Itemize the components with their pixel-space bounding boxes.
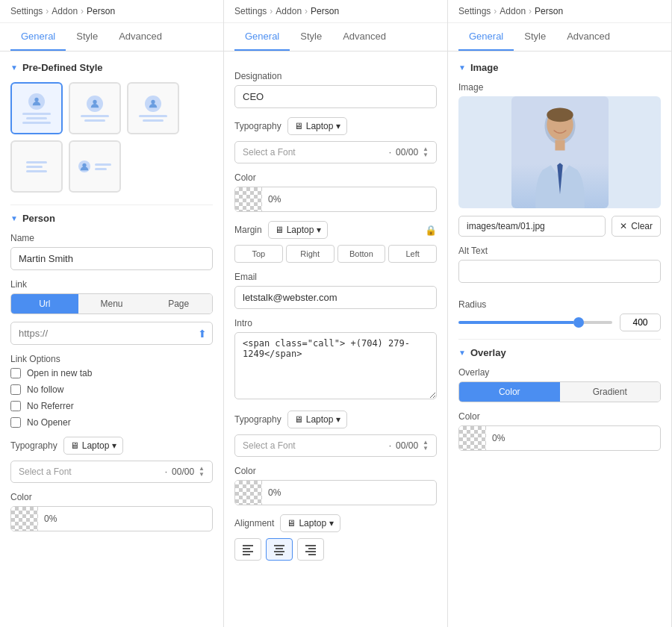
style-card-2[interactable]: [69, 82, 121, 134]
radius-label: Radius: [458, 299, 661, 310]
designation-label: Designation: [234, 71, 437, 81]
svg-rect-10: [274, 551, 284, 552]
left-panel: Settings › Addon › Person General Style …: [0, 0, 224, 627]
svg-rect-9: [276, 548, 283, 549]
upload-icon[interactable]: ⬆: [198, 328, 207, 340]
intro-textarea[interactable]: <span class="call"> +(704) 279-1249</spa…: [234, 332, 437, 399]
margin-device-dropdown[interactable]: 🖥 Laptop ▾: [268, 221, 329, 239]
radius-value[interactable]: [620, 314, 661, 331]
style-card-5[interactable]: [69, 140, 121, 193]
image-path-input[interactable]: [458, 216, 606, 237]
no-follow-label[interactable]: No follow: [27, 384, 63, 395]
tab-style-mid[interactable]: Style: [290, 23, 332, 51]
clear-button[interactable]: ✕ Clear: [612, 216, 661, 237]
intro-font-size-arrows[interactable]: ▲ ▼: [423, 440, 429, 452]
link-label: Link: [10, 279, 213, 290]
tab-general-left[interactable]: General: [10, 23, 66, 51]
checkbox-no-referrer: No Referrer: [10, 401, 213, 411]
device-dropdown-left[interactable]: 🖥 Laptop ▾: [63, 437, 124, 455]
card-avatar: [145, 96, 161, 112]
left-tabs: General Style Advanced: [0, 23, 223, 52]
no-opener-label[interactable]: No Opener: [27, 417, 71, 428]
svg-rect-19: [555, 140, 564, 151]
email-input[interactable]: [234, 286, 437, 309]
margin-inputs: Top Right Botton Left: [234, 245, 437, 263]
margin-right[interactable]: Right: [286, 245, 335, 263]
image-path-row: ✕ Clear: [458, 216, 661, 237]
color-label-mid: Color: [234, 172, 437, 183]
overlay-color-swatch: [459, 426, 486, 450]
left-breadcrumb: Settings › Addon › Person: [0, 0, 223, 23]
font-size-arrows[interactable]: ▲ ▼: [199, 466, 205, 478]
margin-top[interactable]: Top: [234, 245, 283, 263]
link-input[interactable]: [10, 322, 213, 345]
checkbox-no-follow: No follow: [10, 384, 213, 395]
svg-point-18: [547, 108, 573, 122]
open-new-tab-label[interactable]: Open in new tab: [27, 368, 92, 378]
intro-device-dropdown[interactable]: 🖥 Laptop ▾: [287, 411, 348, 428]
link-tab-url[interactable]: Url: [11, 294, 78, 314]
radius-slider-row: [458, 314, 661, 331]
style-card-3[interactable]: [127, 82, 179, 134]
svg-rect-11: [276, 554, 283, 555]
intro-color-picker[interactable]: 0%: [234, 480, 437, 505]
svg-point-1: [93, 99, 96, 103]
margin-left[interactable]: Left: [388, 245, 437, 263]
intro-color-swatch: [235, 481, 262, 505]
tab-style-right[interactable]: Style: [514, 23, 556, 51]
align-center-btn[interactable]: [266, 538, 293, 561]
font-selector-left[interactable]: Select a Font · 00/00 ▲ ▼: [10, 461, 213, 483]
svg-rect-8: [274, 545, 284, 546]
style-card-4[interactable]: [10, 140, 63, 193]
link-tab-menu[interactable]: Menu: [78, 294, 146, 314]
no-referrer-label[interactable]: No Referrer: [27, 401, 74, 411]
device-dropdown-mid[interactable]: 🖥 Laptop ▾: [287, 117, 348, 135]
designation-input[interactable]: [234, 85, 437, 108]
svg-rect-12: [305, 545, 316, 546]
overlay-color-picker[interactable]: 0%: [458, 425, 661, 451]
name-label: Name: [10, 233, 213, 243]
color-picker-left[interactable]: 0%: [10, 506, 213, 531]
svg-rect-14: [305, 551, 316, 552]
alignment-device-dropdown[interactable]: 🖥 Laptop ▾: [280, 514, 340, 532]
margin-bottom[interactable]: Botton: [337, 245, 386, 263]
alt-text-input[interactable]: [458, 260, 661, 283]
align-right-btn[interactable]: [297, 538, 324, 561]
overlay-section-header: ▼ Overlay: [458, 347, 661, 358]
align-left-btn[interactable]: [234, 538, 261, 561]
tab-advanced-mid[interactable]: Advanced: [332, 23, 396, 51]
tab-style-left[interactable]: Style: [66, 23, 108, 51]
tab-general-mid[interactable]: General: [234, 23, 290, 51]
color-picker-mid[interactable]: 0%: [234, 187, 437, 212]
no-opener-checkbox[interactable]: [10, 417, 21, 428]
svg-rect-5: [243, 548, 250, 549]
tab-general-right[interactable]: General: [458, 23, 514, 51]
link-tabs: Url Menu Page: [10, 293, 213, 314]
color-swatch-mid: [235, 187, 262, 211]
tab-advanced-left[interactable]: Advanced: [108, 23, 172, 51]
overlay-color-btn[interactable]: Color: [459, 382, 560, 402]
checkbox-no-opener: No Opener: [10, 417, 213, 428]
close-icon: ✕: [620, 221, 627, 231]
style-card-1[interactable]: [10, 82, 63, 134]
no-referrer-checkbox[interactable]: [10, 401, 21, 411]
name-input[interactable]: [10, 247, 213, 270]
mid-content: Designation Typography 🖥 Laptop ▾ Select…: [224, 52, 447, 627]
font-selector-mid[interactable]: Select a Font · 00/00 ▲ ▼: [234, 141, 437, 163]
checkboxes-container: Open in new tab No follow No Referrer No…: [10, 368, 213, 428]
pre-defined-style-header: ▼ Pre-Defined Style: [10, 62, 213, 73]
tab-advanced-right[interactable]: Advanced: [556, 23, 620, 51]
radius-slider[interactable]: [458, 321, 612, 324]
right-panel: Settings › Addon › Person General Style …: [448, 0, 672, 627]
font-size-arrows-mid[interactable]: ▲ ▼: [423, 146, 429, 158]
open-new-tab-checkbox[interactable]: [10, 368, 21, 378]
link-tab-page[interactable]: Page: [145, 294, 212, 314]
image-section-header: ▼ Image: [458, 62, 661, 73]
overlay-gradient-btn[interactable]: Gradient: [560, 382, 661, 402]
lock-icon[interactable]: 🔒: [425, 225, 437, 236]
intro-font-selector[interactable]: Select a Font · 00/00 ▲ ▼: [234, 434, 437, 457]
typography-label-mid: Typography: [234, 121, 281, 131]
link-options-label: Link Options: [10, 354, 213, 364]
no-follow-checkbox[interactable]: [10, 384, 21, 395]
alignment-buttons: [234, 538, 437, 561]
